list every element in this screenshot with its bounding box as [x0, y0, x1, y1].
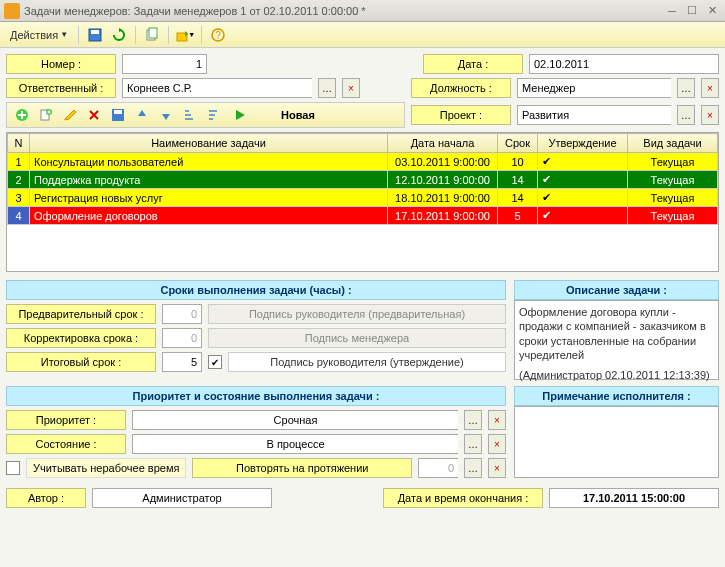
- prelim-label: Предварительный срок :: [6, 304, 156, 324]
- prelim-input[interactable]: 0: [162, 304, 202, 324]
- state-input[interactable]: В процессе: [132, 434, 458, 454]
- final-sign: Подпись руководителя (утверждение): [228, 352, 506, 372]
- final-input[interactable]: 5: [162, 352, 202, 372]
- responsible-picker[interactable]: …: [318, 78, 336, 98]
- sort-desc-icon[interactable]: [203, 105, 225, 125]
- end-input[interactable]: 17.10.2011 15:00:00: [549, 488, 719, 508]
- note-header: Примечание исполнителя :: [514, 386, 719, 406]
- nonwork-checkbox[interactable]: [6, 461, 20, 475]
- table-row[interactable]: 3Регистрация новых услуг18.10.2011 9:00:…: [8, 189, 718, 207]
- down-icon[interactable]: [155, 105, 177, 125]
- main-toolbar: Действия ▼ ▼ ?: [0, 22, 725, 48]
- save-row-icon[interactable]: [107, 105, 129, 125]
- table-row[interactable]: 4Оформление договоров17.10.2011 9:00:005…: [8, 207, 718, 225]
- window-title: Задачи менеджеров: Задачи менеджеров 1 о…: [24, 5, 661, 17]
- minimize-button[interactable]: ─: [663, 3, 681, 19]
- repeat-clear[interactable]: ×: [488, 458, 506, 478]
- col-type[interactable]: Вид задачи: [628, 134, 718, 153]
- prelim-sign: Подпись руководителя (предварительная): [208, 304, 506, 324]
- priority-input[interactable]: Срочная: [132, 410, 458, 430]
- col-term[interactable]: Срок: [498, 134, 538, 153]
- copy-icon[interactable]: [142, 25, 162, 45]
- row-status: Новая: [261, 109, 335, 121]
- delete-icon[interactable]: [83, 105, 105, 125]
- svg-rect-1: [91, 30, 99, 34]
- table-row[interactable]: 1Консультации пользователей03.10.2011 9:…: [8, 153, 718, 171]
- priority-clear[interactable]: ×: [488, 410, 506, 430]
- correction-sign: Подпись менеджера: [208, 328, 506, 348]
- col-approve[interactable]: Утверждение: [538, 134, 628, 153]
- description-header: Описание задачи :: [514, 280, 719, 300]
- grid-toolbar: Новая: [6, 102, 405, 128]
- responsible-label: Ответственный :: [6, 78, 116, 98]
- table-row[interactable]: 2Поддержка продукта12.10.2011 9:00:0014✔…: [8, 171, 718, 189]
- priority-header: Приоритет и состояние выполнения задачи …: [6, 386, 506, 406]
- project-label: Проект :: [411, 105, 511, 125]
- help-icon[interactable]: ?: [208, 25, 228, 45]
- state-clear[interactable]: ×: [488, 434, 506, 454]
- correction-input[interactable]: 0: [162, 328, 202, 348]
- copy-row-icon[interactable]: [35, 105, 57, 125]
- correction-label: Корректировка срока :: [6, 328, 156, 348]
- col-start[interactable]: Дата начала: [388, 134, 498, 153]
- repeat-picker[interactable]: …: [464, 458, 482, 478]
- description-text[interactable]: Оформление договора купли - продажи с ко…: [514, 300, 719, 380]
- position-input[interactable]: Менеджер: [517, 78, 671, 98]
- priority-picker[interactable]: …: [464, 410, 482, 430]
- save-icon[interactable]: [85, 25, 105, 45]
- end-label: Дата и время окончания :: [383, 488, 543, 508]
- priority-label: Приоритет :: [6, 410, 126, 430]
- svg-rect-3: [149, 28, 157, 38]
- date-label: Дата :: [423, 54, 523, 74]
- terms-header: Сроки выполнения задачи (часы) :: [6, 280, 506, 300]
- edit-icon[interactable]: [59, 105, 81, 125]
- state-label: Состояние :: [6, 434, 126, 454]
- project-input[interactable]: Развития: [517, 105, 671, 125]
- project-picker[interactable]: …: [677, 105, 695, 125]
- responsible-input[interactable]: Корнеев С.Р.: [122, 78, 312, 98]
- repeat-input[interactable]: 0: [418, 458, 458, 478]
- repeat-label: Повторять на протяжении: [192, 458, 412, 478]
- position-clear[interactable]: ×: [701, 78, 719, 98]
- final-label: Итоговый срок :: [6, 352, 156, 372]
- date-input[interactable]: 02.10.2011: [529, 54, 719, 74]
- author-label: Автор :: [6, 488, 86, 508]
- play-icon[interactable]: [229, 105, 251, 125]
- number-label: Номер :: [6, 54, 116, 74]
- position-label: Должность :: [411, 78, 511, 98]
- project-clear[interactable]: ×: [701, 105, 719, 125]
- col-n[interactable]: N: [8, 134, 30, 153]
- tasks-grid[interactable]: N Наименование задачи Дата начала Срок У…: [6, 132, 719, 272]
- final-checkbox[interactable]: ✔: [208, 355, 222, 369]
- state-picker[interactable]: …: [464, 434, 482, 454]
- app-icon: [4, 3, 20, 19]
- svg-text:?: ?: [215, 30, 221, 41]
- nonwork-label: Учитывать нерабочее время: [26, 458, 186, 478]
- note-text[interactable]: [514, 406, 719, 478]
- close-button[interactable]: ✕: [703, 3, 721, 19]
- titlebar: Задачи менеджеров: Задачи менеджеров 1 о…: [0, 0, 725, 22]
- number-input[interactable]: 1: [122, 54, 207, 74]
- add-icon[interactable]: [11, 105, 33, 125]
- maximize-button[interactable]: ☐: [683, 3, 701, 19]
- author-input[interactable]: Администратор: [92, 488, 272, 508]
- export-icon[interactable]: ▼: [175, 25, 195, 45]
- svg-rect-11: [114, 110, 122, 114]
- responsible-clear[interactable]: ×: [342, 78, 360, 98]
- up-icon[interactable]: [131, 105, 153, 125]
- refresh-icon[interactable]: [109, 25, 129, 45]
- sort-asc-icon[interactable]: [179, 105, 201, 125]
- col-name[interactable]: Наименование задачи: [30, 134, 388, 153]
- actions-menu[interactable]: Действия ▼: [6, 27, 72, 43]
- position-picker[interactable]: …: [677, 78, 695, 98]
